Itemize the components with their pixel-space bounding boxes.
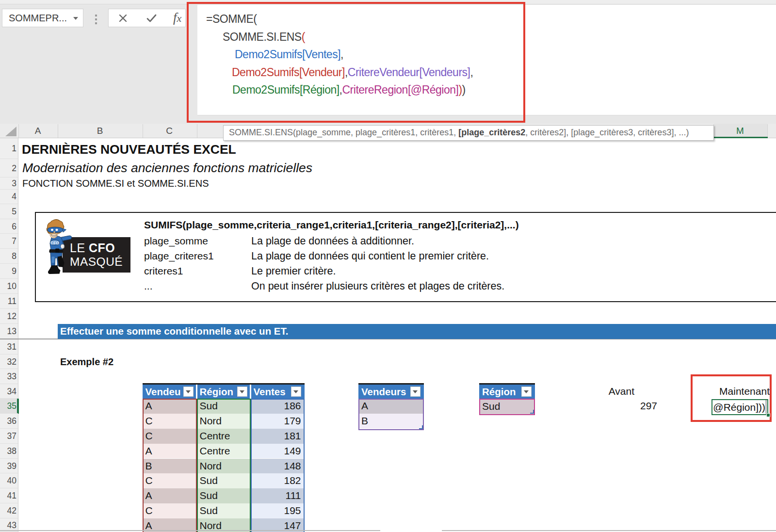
svg-text:CFO: CFO	[50, 241, 59, 245]
